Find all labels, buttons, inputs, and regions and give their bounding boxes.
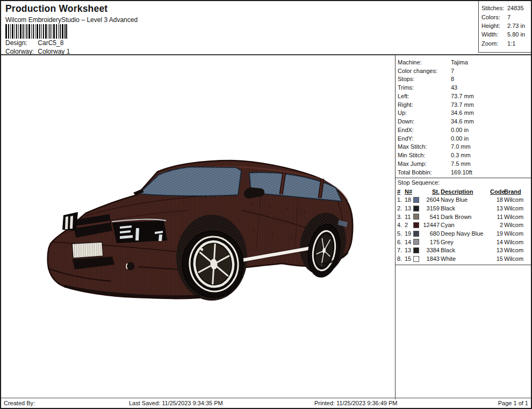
machine-label: Max Jump: xyxy=(398,160,451,167)
machine-label: Left: xyxy=(398,93,451,99)
machine-label: EndY: xyxy=(398,135,451,142)
machine-label: Color changes: xyxy=(398,68,451,74)
machine-value: 169.10ft xyxy=(451,169,531,176)
footer: Created By: Last Saved: 11/25/2023 9:34:… xyxy=(1,398,531,408)
stat-label: Stitches: xyxy=(481,5,507,11)
machine-value: 7.5 mm xyxy=(451,160,531,167)
color-swatch xyxy=(413,206,419,211)
machine-label: Total Bobbin: xyxy=(398,169,451,176)
machine-label: Down: xyxy=(398,118,451,125)
stop-sequence-row: 7.13 3384Black 13Wilcom xyxy=(396,246,531,255)
machine-label: Stops: xyxy=(398,76,451,82)
barcode-icon xyxy=(5,24,67,39)
stat-value: 24835 xyxy=(507,5,524,11)
car-embroidery-graphic xyxy=(1,55,395,399)
stop-sequence-row: 5.19 680Deep Navy Blue 19Wilcom xyxy=(396,229,531,238)
machine-value: 73.7 mm xyxy=(451,93,531,99)
machine-value: 8 xyxy=(451,76,531,82)
col-n: N# xyxy=(405,188,412,195)
stop-sequence-table: 1.18 2604Navy Blue 18Wilcom 2.13 3159Bla… xyxy=(396,196,531,266)
header: Production Worksheet Wilcom EmbroiderySt… xyxy=(1,1,531,55)
machine-label: Trims: xyxy=(398,84,451,91)
software-subtitle: Wilcom EmbroideryStudio – Level 3 Advanc… xyxy=(5,16,138,24)
col-st: St. xyxy=(422,188,440,195)
color-swatch xyxy=(413,231,419,237)
stat-value: 1:1 xyxy=(507,40,515,47)
colorway-row: Colorway: Colorway 1 xyxy=(5,48,70,55)
design-row: Design: CarC5_8 xyxy=(5,39,63,47)
page-title: Production Worksheet xyxy=(5,3,107,14)
colorway-label: Colorway: xyxy=(5,48,36,55)
stat-label: Colors: xyxy=(481,14,507,20)
summary-stats-box: Stitches:24835 Colors:7 Height:2.73 in W… xyxy=(478,1,531,53)
created-by: Created By: xyxy=(1,400,129,406)
color-swatch xyxy=(413,222,419,228)
col-code: Code xyxy=(490,188,503,195)
car-windshield xyxy=(139,167,241,196)
machine-value: 0.3 mm xyxy=(451,152,531,158)
printed: Printed: 11/25/2023 9:36:49 PM xyxy=(314,400,474,406)
machine-value: 7 xyxy=(451,68,531,74)
machine-value: 7.0 mm xyxy=(451,143,531,150)
machine-value: 43 xyxy=(451,84,531,91)
col-brand: Brand xyxy=(504,188,531,195)
color-swatch xyxy=(413,256,419,262)
machine-value: 34.6 mm xyxy=(451,109,531,116)
design-value: CarC5_8 xyxy=(38,39,63,47)
stop-sequence-row: 4.2 12447Cyan 2Wilcom xyxy=(396,221,531,230)
stat-value: 2.73 in xyxy=(507,23,525,29)
stop-sequence-row: 2.13 3159Black 13Wilcom xyxy=(396,204,531,213)
stop-sequence-title: Stop Sequence: xyxy=(396,178,531,187)
col-num: # xyxy=(397,188,404,195)
machine-value: 34.6 mm xyxy=(451,118,531,125)
machine-info-panel: Machine:Tajima Color changes:7 Stops:8 T… xyxy=(395,55,531,399)
stop-sequence-row: 1.18 2604Navy Blue 18Wilcom xyxy=(396,196,531,204)
stop-sequence-row: 8.15 1843White 15Wilcom xyxy=(396,254,531,263)
machine-label: Right: xyxy=(398,101,451,108)
stat-label: Zoom: xyxy=(481,40,507,47)
colorway-value: Colorway 1 xyxy=(38,48,70,55)
color-swatch xyxy=(413,247,419,253)
machine-value: Tajima xyxy=(451,59,531,65)
stat-value: 5.80 in xyxy=(507,31,525,38)
color-swatch xyxy=(413,214,419,220)
stat-value: 7 xyxy=(507,14,511,20)
machine-label: Machine: xyxy=(398,59,451,65)
machine-label: Max Stitch: xyxy=(398,143,451,150)
color-swatch xyxy=(413,197,419,203)
machine-label: Up: xyxy=(398,109,451,116)
last-saved: Last Saved: 11/25/2023 9:34:35 PM xyxy=(129,400,314,406)
col-description: Description xyxy=(441,188,489,195)
machine-value: 0.00 in xyxy=(451,135,531,142)
stat-label: Height: xyxy=(481,23,507,29)
stop-sequence-row: 6.14 175Grey 14Wilcom xyxy=(396,238,531,246)
machine-info-list: Machine:Tajima Color changes:7 Stops:8 T… xyxy=(396,55,531,178)
stat-label: Width: xyxy=(481,31,507,38)
stop-sequence-header: # N# St. Description Code Brand xyxy=(396,187,531,196)
color-swatch xyxy=(413,239,419,245)
machine-label: Min Stitch: xyxy=(398,152,451,158)
machine-value: 0.00 in xyxy=(451,127,531,133)
design-preview-canvas xyxy=(1,55,395,399)
page-number: Page 1 of 1 xyxy=(474,400,531,406)
design-label: Design: xyxy=(5,39,36,47)
production-worksheet-page: Production Worksheet Wilcom EmbroiderySt… xyxy=(0,0,532,409)
stop-sequence-row: 3.11 541Dark Brown 11Wilcom xyxy=(396,213,531,221)
machine-label: EndX: xyxy=(398,127,451,133)
machine-value: 73.7 mm xyxy=(451,101,531,108)
